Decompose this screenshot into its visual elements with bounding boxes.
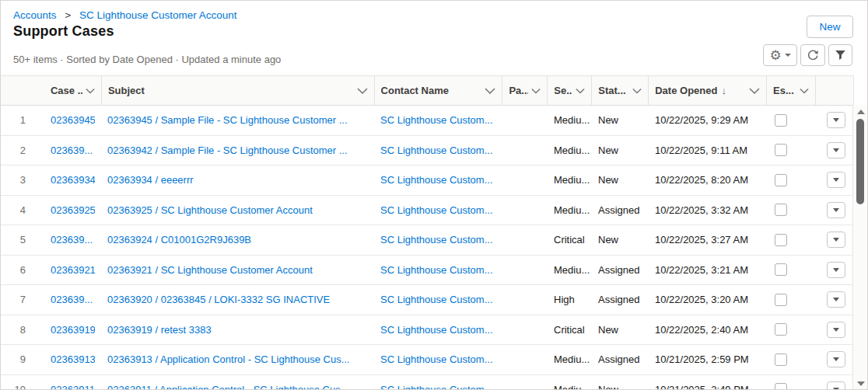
severity-cell: Critical [548,234,592,245]
table-row[interactable]: 1 02363945 02363945 / Sample File - SC L… [1,106,854,136]
contact-name-link[interactable]: SC Lighthouse Custom... [380,324,493,336]
subject-link[interactable]: 02363920 / 02363845 / LOKI-3332 SG INACT… [107,294,330,305]
case-number-link[interactable]: 02363919 [51,324,95,336]
case-number-link[interactable]: 02363911 [51,384,95,390]
escalated-checkbox[interactable] [775,353,787,366]
case-number-link[interactable]: 023639... [51,294,93,305]
chevron-down-icon[interactable] [576,88,585,94]
new-button[interactable]: New [807,16,853,38]
escalated-checkbox[interactable] [775,383,787,390]
subject-link[interactable]: 02363911 / Application Control - SC Ligh… [107,384,349,390]
row-actions-button[interactable] [827,232,845,248]
list-settings-button[interactable]: ⚙ [763,44,797,66]
row-actions-button[interactable] [827,381,845,390]
contact-name-link[interactable]: SC Lighthouse Custom... [380,174,493,186]
case-number-link[interactable]: 02363921 [51,264,95,276]
column-header-case-number[interactable]: Case ... [44,76,101,105]
row-actions-button[interactable] [827,262,845,278]
column-header-escalated[interactable]: Es... [766,76,815,105]
contact-name-link[interactable]: SC Lighthouse Custom... [380,384,493,390]
severity-cell: Mediu... [548,174,592,186]
contact-name-link[interactable]: SC Lighthouse Custom... [380,204,493,216]
table-row[interactable]: 7 023639... 02363920 / 02363845 / LOKI-3… [1,285,854,315]
status-cell: New [592,145,649,156]
case-number-link[interactable]: 02363925 [51,204,95,216]
row-actions-button[interactable] [827,351,845,367]
escalated-checkbox[interactable] [775,174,787,186]
table-row[interactable]: 2 023639... 02363942 / Sample File - SC … [1,136,854,166]
chevron-down-icon[interactable] [357,88,368,94]
row-actions-button[interactable] [827,112,845,128]
column-label: Case ... [51,85,82,96]
escalated-checkbox[interactable] [775,204,787,216]
chevron-down-icon [833,357,839,361]
row-actions-button[interactable] [827,202,845,218]
subject-link[interactable]: 02363924 / C01001G2R9J639B [107,234,251,245]
column-header-severity[interactable]: Se... [547,76,591,105]
table-row[interactable]: 6 02363921 02363921 / SC Lighthouse Cust… [1,256,854,286]
contact-name-link[interactable]: SC Lighthouse Custom... [380,264,493,276]
cases-table: Case ... Subject Contact Name Pa... Se.. [1,75,854,390]
contact-name-link[interactable]: SC Lighthouse Custom... [380,353,493,365]
contact-name-link[interactable]: SC Lighthouse Custom... [380,294,493,305]
subject-link[interactable]: 02363913 / Application Control - SC Ligh… [107,353,349,365]
column-header-status[interactable]: Stat... [591,76,648,105]
chevron-down-icon[interactable] [86,88,95,94]
refresh-button[interactable] [800,44,825,66]
chevron-down-icon[interactable] [749,88,760,94]
case-number-link[interactable]: 023639... [51,145,93,156]
breadcrumb-link-accounts[interactable]: Accounts [13,9,57,21]
status-cell: New [592,114,649,126]
filter-button[interactable] [828,44,852,66]
table-row[interactable]: 5 023639... 02363924 / C01001G2R9J639B S… [1,225,854,256]
column-label: Pa... [509,85,528,96]
column-header-date-opened[interactable]: Date Opened ↓ [648,76,766,105]
scroll-up-arrow-icon[interactable] [857,110,865,114]
column-header-parent[interactable]: Pa... [502,76,547,105]
table-row[interactable]: 9 02363913 02363913 / Application Contro… [1,345,854,375]
subject-link[interactable]: 02363921 / SC Lighthouse Customer Accoun… [107,264,313,276]
contact-name-link[interactable]: SC Lighthouse Custom... [380,145,493,156]
table-row[interactable]: 4 02363925 02363925 / SC Lighthouse Cust… [1,196,854,226]
case-number-link[interactable]: 023639... [51,234,93,245]
case-number-link[interactable]: 02363913 [51,353,95,365]
row-actions-button[interactable] [827,322,845,338]
row-actions-button[interactable] [827,172,845,188]
escalated-checkbox[interactable] [775,144,787,156]
column-header-contact-name[interactable]: Contact Name [374,76,502,105]
page-title: Support Cases [13,23,114,40]
escalated-checkbox[interactable] [775,294,787,306]
column-header-subject[interactable]: Subject [101,76,374,105]
breadcrumb-link-account[interactable]: SC Lighthouse Customer Account [79,9,237,21]
row-number: 5 [1,234,44,245]
row-number: 6 [1,264,44,276]
escalated-checkbox[interactable] [775,114,787,127]
sort-descending-icon: ↓ [721,85,726,96]
subject-link[interactable]: 02363934 / eeeerrr [107,174,194,186]
chevron-down-icon[interactable] [800,88,809,94]
escalated-checkbox[interactable] [775,263,787,276]
chevron-down-icon[interactable] [531,88,541,94]
contact-name-link[interactable]: SC Lighthouse Custom... [380,114,493,126]
escalated-checkbox[interactable] [775,323,787,336]
escalated-checkbox[interactable] [775,234,787,246]
row-number: 8 [1,324,44,336]
subject-link[interactable]: 02363945 / Sample File - SC Lighthouse C… [107,114,348,126]
subject-link[interactable]: 02363919 / retest 3383 [107,324,212,336]
case-number-link[interactable]: 02363934 [51,174,95,186]
chevron-down-icon[interactable] [485,88,495,94]
row-actions-button[interactable] [827,142,845,158]
scrollbar-thumb[interactable] [856,119,864,204]
table-row[interactable]: 3 02363934 02363934 / eeeerrr SC Lightho… [1,165,854,196]
vertical-scrollbar[interactable] [852,105,867,390]
status-cell: Assigned [592,204,649,216]
table-row[interactable]: 10 02363911 02363911 / Application Contr… [1,375,854,390]
subject-link[interactable]: 02363942 / Sample File - SC Lighthouse C… [107,145,348,156]
table-row[interactable]: 8 02363919 02363919 / retest 3383 SC Lig… [1,315,854,346]
chevron-down-icon[interactable] [632,88,642,94]
contact-name-link[interactable]: SC Lighthouse Custom... [380,234,493,245]
row-actions-button[interactable] [827,291,845,308]
subject-link[interactable]: 02363925 / SC Lighthouse Customer Accoun… [107,204,313,216]
scroll-down-arrow-icon[interactable] [857,381,865,386]
case-number-link[interactable]: 02363945 [51,114,95,126]
